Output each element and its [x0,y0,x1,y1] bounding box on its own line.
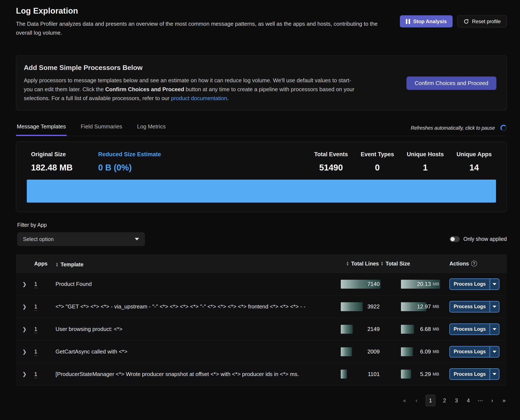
sort-icon[interactable]: ▲▼ [381,261,384,266]
process-logs-button[interactable]: Process Logs [449,323,499,335]
filter-row: Filter by App Select option Only show ap… [16,222,507,246]
chevron-right-icon[interactable]: ❯ [22,326,27,332]
stat-value: 0 [361,163,394,172]
stat-unique-hosts: Unique Hosts 1 [407,151,444,172]
stats-row: Original Size 182.48 MB Reduced Size Est… [16,142,507,172]
apps-header-label: Apps [34,261,48,267]
tab-message-templates[interactable]: Message Templates [16,123,67,136]
processors-card-body: Apply processors to message templates be… [24,76,359,103]
process-logs-button[interactable]: Process Logs [449,301,499,312]
total-size-header-label: Total Size [386,261,410,267]
last-page-icon[interactable]: » [501,398,507,404]
log-volume-bar[interactable] [27,180,496,202]
tab-field-summaries[interactable]: Field Summaries [80,123,123,136]
total-size-bar [401,370,411,379]
app-filter-select[interactable]: Select option [17,232,145,246]
total-size-value: 12.97MB [417,302,439,311]
chevron-right-icon[interactable]: ❯ [22,371,27,377]
size-unit: MB [433,372,439,377]
total-lines-value: 2009 [367,347,380,356]
stop-analysis-label: Stop Analysis [413,18,447,24]
total-lines-header-label: Total Lines [351,261,379,267]
chevron-down-icon[interactable] [490,279,499,290]
column-header-apps[interactable]: Apps [34,261,48,267]
total-lines-value: 3922 [367,302,380,311]
total-lines-bar [341,302,363,311]
tabs-bar: Message Templates Field Summaries Log Me… [16,123,507,136]
page-button-1[interactable]: 1 [426,395,435,406]
column-header-template[interactable]: ▲▼Template [55,262,83,268]
template-text: Product Found [55,281,323,287]
table-row: ❯ 1 User browsing product: <*> 2149 6.68… [16,318,507,340]
sort-icon[interactable]: ▲▼ [346,261,349,266]
total-size-value: 6.09MB [420,347,439,356]
tab-log-metrics[interactable]: Log Metrics [136,123,166,136]
stat-label: Original Size [31,151,73,158]
process-logs-button[interactable]: Process Logs [449,278,499,290]
total-lines-value: 7140 [367,279,380,289]
page-title: Log Exploration [16,6,381,15]
stat-label: Total Events [314,151,348,158]
chevron-down-icon[interactable] [490,346,499,357]
reset-profile-label: Reset profile [472,18,501,24]
filter-by-app: Filter by App Select option [17,222,145,246]
page-button-2[interactable]: 2 [442,398,447,404]
apps-count-link[interactable]: 1 [34,348,37,356]
select-value: Select option [23,236,54,242]
size-unit: MB [433,349,439,354]
next-page-icon[interactable]: › [489,398,495,404]
product-documentation-link[interactable]: product documentation [171,95,227,101]
table-row: ❯ 1 <*> "GET <*> <*> <*> - via_upstream … [16,295,507,318]
help-icon[interactable]: ? [471,261,477,267]
prev-page-icon[interactable]: ‹ [414,398,419,404]
process-logs-button[interactable]: Process Logs [449,368,499,380]
page-button-3[interactable]: 3 [454,398,459,404]
sort-icon[interactable]: ▲▼ [55,262,59,267]
page-description: The Data Profiler analyzes data and pres… [16,19,381,37]
apps-count-link[interactable]: 1 [34,303,37,311]
first-page-icon[interactable]: « [402,398,407,404]
chevron-right-icon[interactable]: ❯ [22,281,27,287]
column-header-total-size[interactable]: ▲▼Total Size [381,261,410,267]
template-text: User browsing product: <*> [55,326,323,332]
stat-label: Unique Apps [457,151,492,158]
apps-count-link[interactable]: 1 [34,326,37,333]
stat-reduced-size: Reduced Size Estimate 0 B (0%) [98,151,161,172]
chevron-down-icon [135,238,139,240]
log-exploration-page: Log Exploration The Data Profiler analyz… [0,0,520,406]
refresh-note[interactable]: Refreshes automatically, click to pause [411,125,495,131]
stat-label: Unique Hosts [407,151,444,158]
chevron-down-icon[interactable] [490,324,499,335]
total-lines-bar [341,325,353,334]
template-text: GetCartAsync called with <*> [55,348,323,355]
reset-profile-button[interactable]: Reset profile [457,15,507,27]
header-actions: Stop Analysis Reset profile [400,15,507,27]
table-row: ❯ 1 Product Found 7140 20.13MB Process L… [16,273,507,295]
pagination-ellipsis: ⋯ [477,398,483,404]
title-block: Log Exploration The Data Profiler analyz… [16,6,381,37]
pause-icon [406,19,410,24]
page-button-4[interactable]: 4 [466,398,471,404]
stats-panel: Original Size 182.48 MB Reduced Size Est… [16,142,507,212]
stat-event-types: Event Types 0 [361,151,394,172]
stop-analysis-button[interactable]: Stop Analysis [400,15,452,27]
column-header-total-lines[interactable]: ▲▼Total Lines [346,261,379,267]
only-show-applied-toggle[interactable] [450,236,460,242]
refresh-spinner-icon[interactable] [500,125,507,131]
stat-label: Event Types [361,151,394,158]
stat-value: 182.48 MB [31,163,73,172]
total-lines-bar [341,370,347,379]
refresh-icon [463,19,469,24]
chevron-right-icon[interactable]: ❯ [22,349,27,354]
process-logs-button[interactable]: Process Logs [449,346,499,358]
pagination: « ‹ 1 2 3 4 ⋯ › » [16,395,507,406]
templates-table: Apps ▲▼Template ▲▼Total Lines ▲▼Total Si… [16,255,507,385]
apps-count-link[interactable]: 1 [34,371,37,378]
stat-value: 51490 [314,163,348,172]
chevron-down-icon[interactable] [490,369,499,379]
confirm-choices-button[interactable]: Confirm Choices and Proceed [407,76,496,90]
refresh-zone: Refreshes automatically, click to pause [411,125,507,136]
chevron-right-icon[interactable]: ❯ [22,304,27,309]
chevron-down-icon[interactable] [490,301,499,312]
apps-count-link[interactable]: 1 [34,281,37,288]
